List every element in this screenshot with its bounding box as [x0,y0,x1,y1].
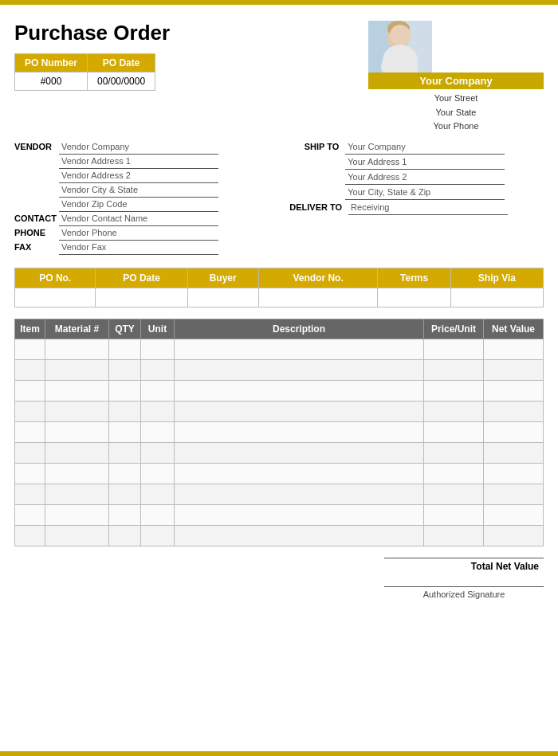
table-cell [484,380,544,401]
table-cell [141,442,175,463]
table-cell [424,380,484,401]
details-terms [378,288,450,307]
table-cell [175,504,424,525]
ship-address1-field: Your Address 1 [345,157,505,170]
ship-city-row: Your City, State & Zip [289,187,544,200]
table-cell [484,339,544,359]
deliver-to-row: DELIVER TO Receiving [289,202,544,215]
vendor-address2-row: Vendor Address 2 [59,170,269,183]
ship-address1-row: Your Address 1 [289,157,544,170]
table-cell [45,504,109,525]
table-cell [45,421,109,442]
table-cell [45,484,109,504]
left-header: Purchase Order PO Number PO Date #000 00… [14,21,170,91]
table-row [15,339,544,359]
table-cell [15,442,45,463]
svg-point-6 [401,36,404,40]
ship-to-label: SHIP TO [289,142,345,151]
company-name-bar: Your Company [368,72,544,89]
table-cell [141,504,175,525]
vendor-address1-row: Vendor Address 1 [59,156,269,169]
ship-address2-field: Your Address 2 [345,172,505,185]
ship-company-row: SHIP TO Your Company [289,142,544,155]
company-phone: Your Phone [368,119,544,134]
table-cell [109,380,141,401]
table-cell [45,380,109,401]
table-cell [424,442,484,463]
table-row [15,525,544,546]
table-cell [141,484,175,504]
fax-label: FAX [14,242,59,252]
table-cell [109,401,141,421]
ship-address2-row: Your Address 2 [289,172,544,185]
table-cell [484,463,544,484]
page: Purchase Order PO Number PO Date #000 00… [0,0,558,756]
table-row [15,463,544,484]
table-cell [141,525,175,546]
po-date-header: PO Date [88,54,155,72]
col-po-date: PO Date [96,268,187,288]
table-cell [175,421,424,442]
vendor-fax-field: Vendor Fax [59,242,218,255]
details-po-no [15,288,96,307]
col-ship-via: Ship Via [450,268,543,288]
person-svg [368,21,432,72]
table-row [15,442,544,463]
table-cell [45,525,109,546]
contact-label: CONTACT [14,213,59,223]
details-buyer [187,288,258,307]
table-cell [109,339,141,359]
company-box: Your Company Your Street Your State Your… [368,21,544,134]
table-cell [109,484,141,504]
details-table-wrap: PO No. PO Date Buyer Vendor No. Terms Sh… [14,268,544,307]
col-item: Item [15,319,45,339]
table-cell [15,359,45,380]
table-cell [141,380,175,401]
details-header-row: PO No. PO Date Buyer Vendor No. Terms Sh… [15,268,544,288]
svg-point-3 [387,21,410,37]
table-cell [175,525,424,546]
table-cell [175,401,424,421]
company-state: Your State [368,106,544,120]
table-cell [45,359,109,380]
table-cell [424,484,484,504]
table-cell [484,421,544,442]
table-cell [141,339,175,359]
table-cell [175,463,424,484]
table-cell [15,401,45,421]
total-label: Total Net Value [384,558,544,572]
total-section: Total Net Value [14,558,544,572]
table-row [15,380,544,401]
table-cell [484,401,544,421]
vendor-address1-field: Vendor Address 1 [59,156,218,169]
table-cell [484,442,544,463]
table-cell [109,504,141,525]
table-cell [45,401,109,421]
table-cell [141,401,175,421]
company-street: Your Street [368,92,544,106]
table-cell [141,359,175,380]
company-photo [368,21,432,72]
col-description: Description [175,319,424,339]
col-terms: Terms [378,268,450,288]
table-cell [109,442,141,463]
table-cell [45,339,109,359]
col-net-value: Net Value [484,319,544,339]
table-cell [424,401,484,421]
table-row [15,401,544,421]
table-cell [15,463,45,484]
vendor-zip-field: Vendor Zip Code [59,199,218,212]
col-buyer: Buyer [187,268,258,288]
vendor-address-rows: Vendor Address 1 Vendor Address 2 Vendor… [14,156,269,212]
col-vendor-no: Vendor No. [258,268,378,288]
table-row [15,484,544,504]
svg-point-5 [393,36,396,40]
items-header-row: Item Material # QTY Unit Description Pri… [15,319,544,339]
table-cell [109,359,141,380]
table-cell [175,442,424,463]
vendor-contact-row: CONTACT Vendor Contact Name [14,213,269,226]
table-cell [175,484,424,504]
ship-column: SHIP TO Your Company Your Address 1 Your… [289,142,544,257]
details-vendor-no [258,288,378,307]
signature-line: Authorized Signature [384,586,544,599]
